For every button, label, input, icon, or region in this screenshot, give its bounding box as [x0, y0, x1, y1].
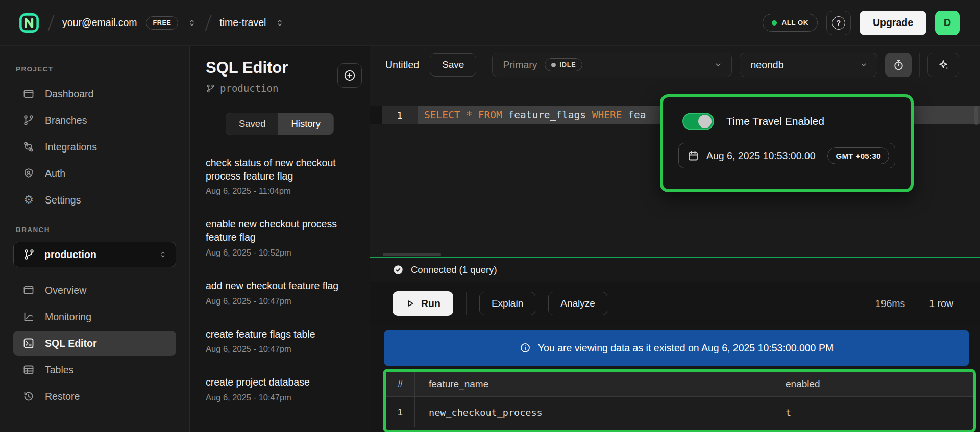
new-query-button[interactable] [337, 63, 362, 88]
time-travel-button[interactable] [885, 53, 912, 77]
help-button[interactable]: ? [826, 11, 851, 35]
chevron-down-icon [859, 60, 869, 70]
neon-logo-icon[interactable] [18, 12, 40, 34]
explain-button[interactable]: Explain [479, 292, 535, 315]
horizontal-scrollbar[interactable] [383, 253, 441, 256]
chevron-down-icon [713, 60, 723, 70]
question-icon: ? [832, 16, 845, 30]
breadcrumb-separator [205, 14, 212, 31]
connection-status: Connected (1 query) [411, 264, 497, 275]
tab-saved[interactable]: Saved [226, 113, 278, 135]
top-bar: your@email.com FREE time-travel ALL OK ?… [0, 0, 980, 46]
datetime-value: Aug 6, 2025 10:53:00.00 [706, 150, 820, 162]
idle-dot-icon [551, 63, 556, 67]
sidebar: PROJECT Dashboard Branches Integrations … [0, 46, 190, 432]
results-panel: Connected (1 query) Run Explain Analyze … [370, 257, 980, 432]
time-travel-banner: You are viewing data as it existed on Au… [384, 330, 969, 366]
time-travel-toggle[interactable] [682, 113, 714, 130]
account-switcher-icon[interactable] [187, 18, 197, 28]
cell-index: 1 [386, 397, 415, 427]
account-email[interactable]: your@email.com [62, 17, 137, 29]
breadcrumb-separator [47, 14, 55, 31]
editor-pane: Untitled Save Primary IDLE neondb [370, 46, 980, 432]
query-actions: Run Explain Analyze 196ms 1 row [370, 282, 980, 325]
time-travel-label: Time Travel Enabled [726, 115, 824, 128]
upgrade-button[interactable]: Upgrade [860, 11, 926, 35]
sidebar-item-branches[interactable]: Branches [13, 108, 176, 133]
save-button[interactable]: Save [430, 53, 476, 77]
sidebar-item-dashboard[interactable]: Dashboard [13, 81, 176, 107]
branch-selector[interactable]: production [13, 242, 176, 267]
branch-section-label: BRANCH [16, 226, 189, 234]
history-clock-icon [22, 390, 35, 402]
play-icon [405, 298, 415, 309]
header-feature-name: feature_name [415, 372, 786, 396]
ai-assist-button[interactable] [927, 53, 959, 77]
divider [919, 53, 920, 77]
tab-history[interactable]: History [278, 113, 333, 135]
table-icon [22, 364, 35, 376]
history-item[interactable]: check status of new checkout process fea… [206, 157, 357, 196]
divider [484, 53, 484, 77]
cell-feature-name: new_checkout_process [415, 397, 786, 427]
run-button[interactable]: Run [393, 291, 453, 316]
time-travel-popup: Time Travel Enabled Aug 6, 2025 10:53:00… [660, 94, 914, 192]
history-item[interactable]: enable new checkout process feature flag… [206, 218, 357, 257]
history-item[interactable]: add new checkout feature flag Aug 6, 202… [206, 279, 357, 306]
window-icon [22, 88, 35, 100]
timezone-badge[interactable]: GMT +05:30 [827, 147, 889, 164]
sidebar-item-tables[interactable]: Tables [13, 357, 176, 383]
table-header-row: # feature_name enabled [386, 372, 973, 397]
sidebar-item-auth[interactable]: Auth [13, 161, 176, 186]
terminal-icon [22, 337, 35, 349]
editor-header: Untitled Save Primary IDLE neondb [370, 46, 980, 84]
results-table: # feature_name enabled 1 new_checkout_pr… [383, 369, 976, 432]
sql-editor-panel: SQL Editor production Saved History chec… [190, 46, 370, 432]
git-branch-icon [23, 248, 35, 261]
cell-enabled: t [786, 397, 973, 427]
analyze-button[interactable]: Analyze [548, 292, 607, 315]
vertical-scrollbar[interactable] [974, 106, 978, 125]
history-item[interactable]: create project database Aug 6, 2025 - 10… [206, 376, 357, 402]
sidebar-item-settings[interactable]: ⚙ Settings [13, 187, 176, 213]
calendar-icon [687, 149, 699, 162]
project-switcher-icon[interactable] [275, 18, 285, 28]
sidebar-item-overview[interactable]: Overview [13, 277, 176, 303]
sidebar-item-monitoring[interactable]: Monitoring [13, 304, 176, 329]
avatar[interactable]: D [935, 11, 960, 35]
project-name[interactable]: time-travel [219, 17, 266, 29]
circle-plus-icon [343, 69, 356, 82]
sparkles-icon [937, 58, 950, 71]
shield-user-icon [22, 167, 35, 180]
line-number: 1 [382, 106, 418, 124]
check-circle-icon [393, 264, 404, 275]
history-list: check status of new checkout process fea… [206, 157, 357, 402]
saved-history-tabs: Saved History [226, 113, 334, 135]
editor-margin [370, 106, 382, 124]
table-row[interactable]: 1 new_checkout_process t [386, 397, 973, 427]
toggle-knob [698, 115, 712, 128]
select-arrows-icon [158, 250, 167, 259]
sidebar-item-integrations[interactable]: Integrations [13, 134, 176, 160]
compute-status-badge: IDLE [545, 58, 583, 71]
row-count: 1 row [929, 298, 953, 310]
stopwatch-icon [892, 59, 905, 71]
query-tab-title[interactable]: Untitled [382, 59, 422, 71]
sidebar-item-sql-editor[interactable]: SQL Editor [13, 331, 176, 356]
datetime-picker[interactable]: Aug 6, 2025 10:53:00.00 GMT +05:30 [678, 143, 895, 168]
header-enabled: enabled [786, 372, 973, 396]
branch-selector-value: production [44, 249, 96, 261]
status-badge[interactable]: ALL OK [763, 14, 817, 32]
database-selector[interactable]: neondb [740, 53, 877, 77]
project-section-label: PROJECT [16, 65, 189, 73]
compute-selector[interactable]: Primary IDLE [492, 53, 732, 77]
window-icon [22, 284, 35, 296]
sidebar-item-restore[interactable]: Restore [13, 384, 176, 409]
integrations-icon [22, 141, 35, 153]
query-duration: 196ms [875, 298, 905, 310]
plan-badge: FREE [146, 16, 179, 30]
chart-icon [22, 311, 35, 323]
header-index: # [386, 372, 415, 396]
gear-icon: ⚙ [22, 194, 35, 206]
history-item[interactable]: create feature flags table Aug 6, 2025 -… [206, 328, 357, 354]
